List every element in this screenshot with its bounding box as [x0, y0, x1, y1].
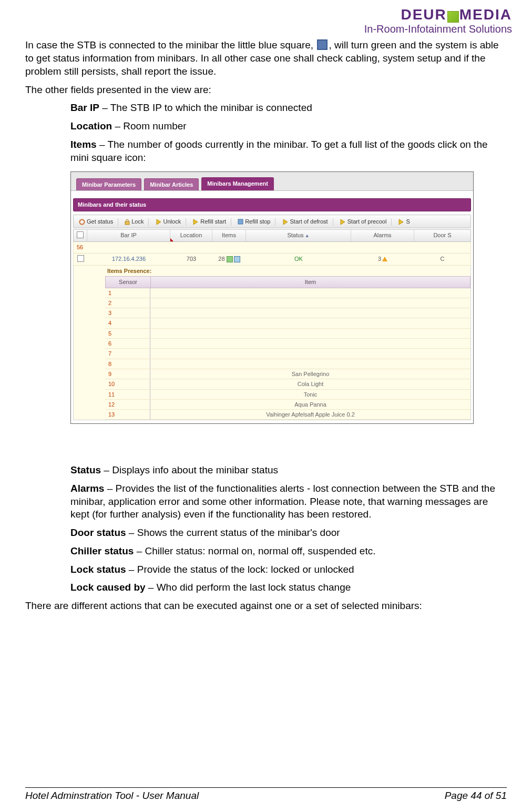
toolbar-more-button[interactable]: S [395, 217, 413, 226]
play-icon [282, 219, 289, 225]
logo-text-pre: DEUR [401, 6, 446, 23]
start-defrost-button[interactable]: Start of defrost [279, 217, 331, 226]
field-door-status: Door status – Shows the current status o… [70, 526, 507, 540]
col-status[interactable]: Status▲ [246, 230, 351, 241]
col-bar-ip[interactable]: Bar IP [87, 230, 170, 241]
cell-sensor: 12 [105, 400, 150, 409]
unlock-button[interactable]: Unlock [152, 217, 185, 226]
cell-item [150, 339, 470, 348]
cell-sensor: 3 [105, 308, 150, 318]
blue-square-icon [317, 39, 328, 50]
field-alarms: Alarms – Provides the list of the functi… [70, 482, 507, 521]
cell-sensor: 7 [105, 349, 150, 358]
items-presence-row: 13Vaihinger Apfelsaft Apple Juice 0.2 [105, 410, 470, 420]
cell-item: Cola Light [150, 379, 470, 389]
logo-subtitle: In-Room-Infotainment Solutions [25, 22, 512, 36]
play-icon [340, 219, 346, 225]
lock-icon [125, 219, 130, 225]
page-footer: Hotel Adminstration Tool - User Manual P… [25, 787, 507, 803]
cell-door: C [414, 254, 470, 265]
cell-sensor: 8 [105, 359, 150, 369]
col-door[interactable]: Door S [414, 230, 470, 241]
data-row[interactable]: 172.16.4.236 703 28 OK 3 C [73, 254, 471, 266]
items-presence-row: 10Cola Light [105, 379, 470, 389]
footer-title: Hotel Adminstration Tool - User Manual [25, 789, 199, 803]
col-location[interactable]: Location [170, 230, 212, 241]
svg-marker-2 [157, 219, 161, 225]
stop-icon [238, 219, 243, 225]
toolbar: Get status Lock Unlock Refill start Refi… [73, 215, 471, 228]
items-presence-panel: Items Presence: Sensor Item 123456789San… [73, 266, 471, 420]
row-checkbox[interactable] [77, 255, 84, 262]
col-sensor[interactable]: Sensor [106, 277, 151, 287]
cell-status: OK [246, 254, 351, 265]
lock-button[interactable]: Lock [121, 217, 147, 226]
refresh-icon [79, 219, 85, 225]
tab-minibars-management[interactable]: Minibars Management [201, 177, 274, 190]
cell-alarms: 3 [351, 254, 414, 265]
cell-sensor: 5 [105, 329, 150, 338]
footer-page: Page 44 of 51 [445, 789, 507, 803]
grid-header: Bar IP Location Items Status▲ Alarms Doo… [73, 229, 471, 242]
refill-start-button[interactable]: Refill start [189, 217, 229, 226]
play-icon [156, 219, 162, 225]
cell-item [150, 359, 470, 369]
items-presence-row: 3 [105, 308, 470, 318]
cell-sensor: 4 [105, 318, 150, 328]
refill-stop-button[interactable]: Refill stop [234, 217, 273, 226]
play-icon [398, 219, 404, 225]
cell-item: Aqua Panna [150, 400, 470, 409]
cell-item [150, 349, 470, 358]
paragraph-actions-intro: There are different actions that can be … [25, 600, 507, 613]
cell-sensor: 9 [105, 369, 150, 379]
cell-item: Vaihinger Apfelsaft Apple Juice 0.2 [150, 410, 470, 419]
sort-asc-icon: ▲ [305, 233, 310, 238]
svg-rect-4 [238, 219, 243, 224]
tab-minibar-articles[interactable]: Minibar Articles [144, 178, 199, 190]
screenshot-panel: Minibar Parameters Minibar Articles Mini… [70, 171, 474, 424]
start-precool-button[interactable]: Start of precool [336, 217, 390, 226]
cell-item [150, 308, 470, 318]
cell-item: Tonic [150, 390, 470, 399]
cell-item [150, 318, 470, 328]
svg-marker-7 [399, 219, 403, 225]
field-lock-caused-by: Lock caused by – Who did perform the las… [70, 581, 507, 594]
sort-marker-icon [170, 238, 173, 241]
cell-items: 28 [212, 254, 246, 265]
panel-title: Minibars and their status [73, 198, 471, 211]
select-all-checkbox[interactable] [77, 231, 84, 238]
field-location: Location – Room number [70, 120, 507, 133]
field-items: Items – The number of goods currently in… [70, 138, 507, 164]
items-detail-icon[interactable] [234, 256, 240, 262]
logo-text-post: MEDIA [459, 6, 512, 23]
field-status: Status – Displays info about the minibar… [70, 464, 507, 477]
tab-bar: Minibar Parameters Minibar Articles Mini… [71, 172, 473, 191]
items-presence-row: 6 [105, 339, 470, 349]
get-status-button[interactable]: Get status [76, 217, 116, 226]
brand-logo: DEURMEDIA In-Room-Infotainment Solutions [25, 5, 512, 36]
items-green-icon[interactable] [227, 256, 233, 262]
cell-item [150, 298, 470, 308]
cell-sensor: 10 [105, 379, 150, 389]
warning-icon [382, 257, 387, 261]
col-alarms[interactable]: Alarms [351, 230, 414, 241]
col-item[interactable]: Item [151, 277, 470, 287]
items-presence-row: 8 [105, 359, 470, 369]
items-presence-row: 9San Pellegrino [105, 369, 470, 379]
group-row[interactable]: 56 [73, 242, 471, 253]
items-presence-row: 12Aqua Panna [105, 400, 470, 410]
cell-bar-ip: 172.16.4.236 [87, 254, 170, 265]
items-presence-row: 5 [105, 329, 470, 339]
paragraph-intro: In case the STB is connected to the mini… [25, 39, 507, 78]
tab-minibar-parameters[interactable]: Minibar Parameters [76, 178, 141, 190]
items-presence-row: 2 [105, 298, 470, 308]
items-presence-row: 4 [105, 318, 470, 328]
play-icon [192, 219, 199, 225]
cell-item [150, 288, 470, 298]
items-presence-row: 7 [105, 349, 470, 359]
col-items[interactable]: Items [212, 230, 246, 241]
items-presence-row: 11Tonic [105, 390, 470, 400]
cell-item [150, 329, 470, 338]
field-bar-ip: Bar IP – The STB IP to which the minibar… [70, 102, 507, 115]
cell-sensor: 13 [105, 410, 150, 419]
